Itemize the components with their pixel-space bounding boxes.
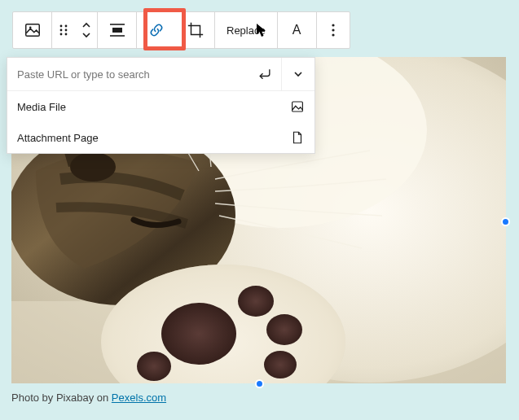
link-option-attachment-page[interactable]: Attachment Page <box>7 122 314 153</box>
image-file-icon <box>290 99 305 114</box>
svg-point-19 <box>60 33 63 36</box>
link-icon <box>147 21 165 39</box>
submit-url-button[interactable] <box>249 58 281 90</box>
svg-point-17 <box>60 29 63 32</box>
svg-point-14 <box>29 27 31 29</box>
caption-text: Photo by Pixabay on <box>11 392 112 404</box>
svg-point-10 <box>266 314 302 345</box>
caption-link[interactable]: Pexels.com <box>112 392 166 404</box>
replace-button[interactable]: Replace <box>215 12 278 48</box>
image-icon <box>24 21 42 39</box>
image-caption[interactable]: Photo by Pixabay on Pexels.com <box>11 392 506 404</box>
link-option-media-file[interactable]: Media File <box>7 91 314 122</box>
chevron-down-icon <box>292 68 304 80</box>
block-toolbar: Replace A <box>12 11 350 49</box>
align-icon <box>109 23 125 37</box>
move-updown-button[interactable] <box>75 12 98 48</box>
svg-point-20 <box>65 33 68 36</box>
svg-rect-27 <box>292 102 303 112</box>
link-settings-toggle[interactable] <box>281 58 314 90</box>
move-updown-icon <box>81 22 92 38</box>
more-options-button[interactable] <box>317 12 350 48</box>
link-option-label: Media File <box>17 101 66 113</box>
block-type-image-button[interactable] <box>13 12 52 48</box>
svg-point-26 <box>332 33 334 36</box>
page-icon <box>290 130 305 145</box>
svg-point-15 <box>60 25 63 28</box>
svg-point-16 <box>65 25 68 28</box>
resize-handle-bottom[interactable] <box>255 379 264 388</box>
link-option-label: Attachment Page <box>17 132 99 144</box>
url-input-row <box>7 58 314 91</box>
align-button[interactable] <box>98 12 137 48</box>
url-input[interactable] <box>7 58 249 90</box>
mouse-cursor-icon <box>256 23 267 37</box>
svg-point-5 <box>70 152 116 182</box>
enter-arrow-icon <box>257 66 273 82</box>
resize-handle-right[interactable] <box>501 217 510 226</box>
typography-button[interactable]: A <box>278 12 317 48</box>
svg-point-9 <box>238 286 274 317</box>
svg-point-25 <box>332 28 334 31</box>
svg-point-18 <box>65 29 68 32</box>
crop-icon <box>187 21 205 39</box>
drag-handle[interactable] <box>52 12 75 48</box>
svg-rect-22 <box>112 28 122 33</box>
svg-point-11 <box>264 351 297 378</box>
svg-point-24 <box>332 24 334 26</box>
svg-point-12 <box>137 352 171 381</box>
more-vertical-icon <box>325 22 341 38</box>
typography-label: A <box>292 23 301 37</box>
drag-icon <box>58 24 69 37</box>
crop-button[interactable] <box>176 12 215 48</box>
svg-point-8 <box>161 303 236 365</box>
link-button[interactable] <box>137 12 176 48</box>
link-popover: Media File Attachment Page <box>7 57 315 154</box>
